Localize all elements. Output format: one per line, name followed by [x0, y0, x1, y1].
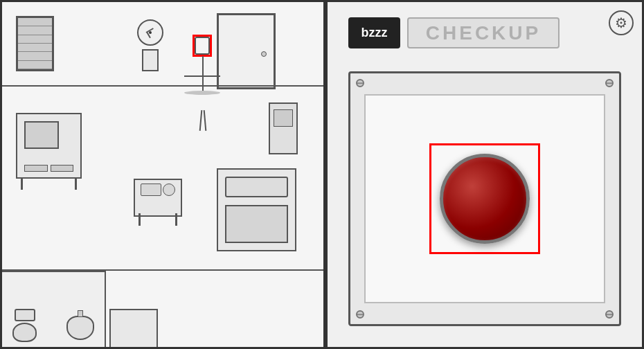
bzzz-button[interactable]: bzzz — [348, 17, 400, 48]
bzzz-label: bzzz — [361, 26, 388, 40]
button-inner — [364, 94, 605, 303]
person-arms — [184, 75, 220, 77]
right-panel: ⚙ bzzz CHECKUP — [325, 0, 644, 349]
toilet-tank — [15, 309, 35, 321]
settings-button[interactable]: ⚙ — [609, 10, 634, 35]
blind-slat — [18, 18, 52, 26]
bed-sheet — [225, 205, 288, 243]
checkup-text: CHECKUP — [426, 22, 541, 44]
bedside-legs — [138, 213, 177, 226]
blind-slat — [18, 44, 52, 52]
medical-equipment — [269, 102, 298, 154]
desk-leg — [21, 177, 23, 190]
button-panel — [348, 71, 621, 326]
main-container: ⚙ bzzz CHECKUP — [0, 0, 644, 349]
wall-clock — [137, 19, 163, 46]
person-leg-left — [199, 110, 203, 131]
blind-slat — [18, 26, 52, 35]
desk-legs — [21, 177, 77, 190]
equip-screen — [274, 109, 293, 127]
door-knob — [261, 51, 267, 57]
red-button-highlight — [429, 143, 540, 254]
bedside-item — [141, 184, 161, 196]
bedside-leg — [175, 213, 177, 226]
screw-top-right — [605, 79, 614, 87]
desk-btn — [51, 165, 74, 172]
desk-screen — [24, 121, 59, 149]
screw-bottom-left — [356, 310, 364, 319]
wall-window — [16, 16, 54, 71]
desk-unit — [16, 113, 82, 179]
person-head-highlight — [193, 35, 212, 57]
bed — [217, 168, 296, 251]
screw-top-left — [356, 79, 364, 87]
blind-slat — [18, 52, 52, 60]
gear-icon: ⚙ — [615, 15, 627, 31]
bedside-table — [134, 179, 182, 217]
person — [195, 37, 211, 91]
red-button[interactable] — [440, 154, 530, 244]
small-wall-item — [142, 49, 159, 71]
bathroom-area — [2, 271, 106, 347]
small-bottom-table — [109, 309, 158, 347]
bed-pillow — [225, 177, 288, 197]
toilet — [12, 309, 37, 340]
left-panel — [0, 0, 325, 349]
sink-tap — [78, 310, 83, 317]
bedside-leg — [138, 213, 141, 226]
person-leg-right — [204, 110, 207, 131]
screw-bottom-right — [605, 310, 614, 319]
toilet-bowl — [12, 323, 37, 342]
checkup-label: CHECKUP — [407, 17, 560, 48]
blinds — [18, 18, 52, 69]
ceiling-line — [2, 85, 323, 87]
desk-leg — [75, 177, 77, 190]
sink — [66, 316, 94, 340]
person-body — [202, 56, 204, 91]
person-head-container — [195, 37, 211, 56]
person-shadow — [184, 91, 220, 95]
desk-btn — [24, 165, 48, 172]
clock-center — [149, 31, 152, 34]
room-door[interactable] — [217, 13, 276, 89]
desk-controls — [24, 165, 73, 172]
blind-slat — [18, 61, 52, 69]
bedside-item2 — [163, 184, 175, 196]
blind-slat — [18, 35, 52, 44]
